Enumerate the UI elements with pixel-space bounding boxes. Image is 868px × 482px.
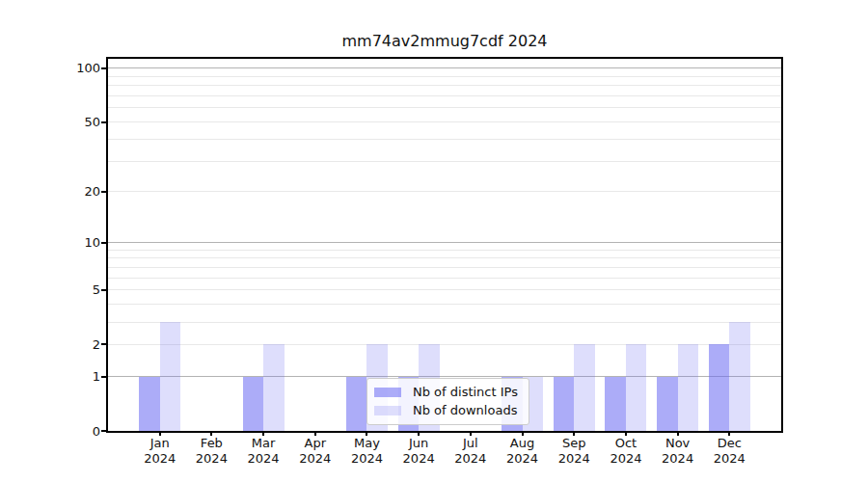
legend-swatch-downloads xyxy=(374,406,401,415)
gridline-minor xyxy=(108,191,781,192)
y-tick-mark xyxy=(101,67,107,69)
y-tick-label: 0 xyxy=(27,423,100,440)
gridline-minor xyxy=(108,278,781,279)
x-tick-mark xyxy=(418,431,420,436)
x-tick-mark xyxy=(314,431,316,436)
y-tick-label: 1 xyxy=(27,368,100,385)
x-tick-mark xyxy=(470,431,472,436)
y-tick-mark xyxy=(101,430,107,432)
x-tick-label: Dec2024 xyxy=(700,436,758,466)
y-tick-label: 100 xyxy=(27,60,100,76)
gridline-minor xyxy=(108,250,781,251)
gridline-major xyxy=(108,242,781,243)
y-tick-label: 50 xyxy=(27,114,100,130)
y-tick-label: 20 xyxy=(27,183,100,200)
chart-title: mm74av2mmug7cdf 2024 xyxy=(108,32,781,50)
x-tick-mark xyxy=(573,431,575,436)
gridline-minor xyxy=(108,257,781,258)
bar-distinct-ips xyxy=(243,377,264,431)
y-tick-label: 5 xyxy=(27,281,100,298)
x-tick-mark xyxy=(159,431,161,436)
y-tick-mark xyxy=(101,289,107,291)
legend-label-downloads: Nb of downloads xyxy=(413,403,517,417)
legend: Nb of distinct IPs Nb of downloads xyxy=(366,378,529,425)
bar-downloads xyxy=(160,322,181,431)
x-tick-label: Feb2024 xyxy=(182,436,240,466)
legend-item-distinct-ips: Nb of distinct IPs xyxy=(374,385,518,399)
y-tick-label: 10 xyxy=(27,234,100,251)
bar-distinct-ips xyxy=(709,344,730,431)
x-tick-mark xyxy=(522,431,524,436)
gridline-major xyxy=(108,67,781,68)
plot-area xyxy=(108,59,781,431)
gridline-minor xyxy=(108,85,781,86)
gridline-minor xyxy=(108,304,781,305)
x-tick-mark xyxy=(677,431,679,436)
x-tick-label: Oct2024 xyxy=(597,436,655,466)
y-tick-mark xyxy=(101,376,107,378)
bar-distinct-ips xyxy=(139,377,160,431)
y-tick-label: 2 xyxy=(27,336,100,353)
bar-downloads xyxy=(729,322,750,431)
gridline-minor xyxy=(108,161,781,162)
x-tick-label: Mar2024 xyxy=(234,436,292,466)
bar-downloads xyxy=(574,344,595,431)
x-tick-label: Jul2024 xyxy=(442,436,500,466)
x-tick-mark xyxy=(366,431,367,436)
gridline-minor xyxy=(108,76,781,77)
legend-label-distinct-ips: Nb of distinct IPs xyxy=(413,385,518,399)
x-tick-mark xyxy=(728,431,730,436)
bar-distinct-ips xyxy=(657,377,678,431)
bar-distinct-ips xyxy=(605,377,626,431)
x-tick-label: Jun2024 xyxy=(390,436,448,466)
x-tick-label: Aug2024 xyxy=(494,436,552,466)
x-tick-label: May2024 xyxy=(338,436,395,466)
figure: mm74av2mmug7cdf 2024 Nb of distinct IPs … xyxy=(0,0,868,482)
gridline-minor xyxy=(108,139,781,140)
x-tick-mark xyxy=(625,431,627,436)
x-tick-label: Jan2024 xyxy=(131,436,189,466)
bar-downloads xyxy=(678,344,699,431)
x-tick-mark xyxy=(262,431,264,436)
gridline-minor xyxy=(108,95,781,96)
y-tick-mark xyxy=(101,242,107,244)
gridline-minor xyxy=(108,322,781,323)
legend-swatch-distinct-ips xyxy=(374,388,401,397)
bar-downloads xyxy=(263,344,285,431)
y-tick-mark xyxy=(101,191,107,193)
bar-distinct-ips xyxy=(554,377,575,431)
x-tick-mark xyxy=(210,431,212,436)
legend-item-downloads: Nb of downloads xyxy=(374,403,518,417)
x-tick-label: Sep2024 xyxy=(545,436,603,466)
y-tick-mark xyxy=(101,121,107,123)
bar-distinct-ips xyxy=(346,377,367,431)
gridline-minor xyxy=(108,121,781,122)
x-tick-label: Apr2024 xyxy=(286,436,344,466)
y-tick-mark xyxy=(101,343,107,345)
bar-downloads xyxy=(626,344,647,431)
x-tick-label: Nov2024 xyxy=(649,436,707,466)
gridline-minor xyxy=(108,289,781,290)
gridline-minor xyxy=(108,107,781,108)
gridline-minor xyxy=(108,267,781,268)
